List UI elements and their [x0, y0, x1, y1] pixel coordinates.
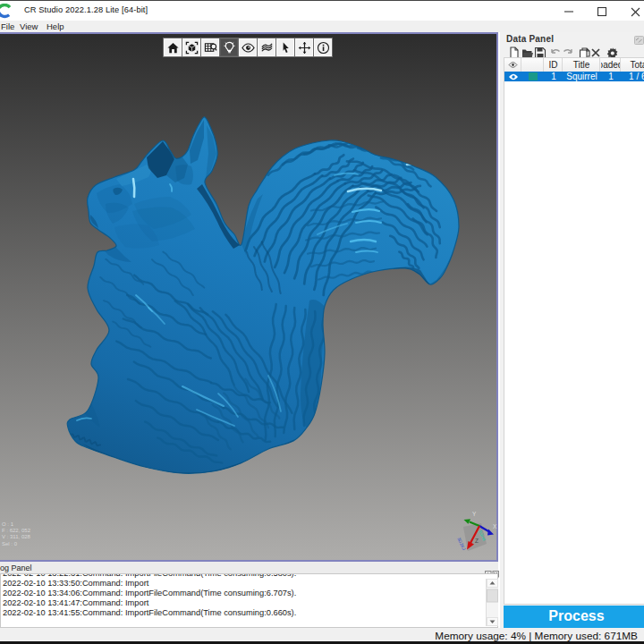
- svg-text:Z: Z: [475, 538, 479, 544]
- svg-text:X: X: [493, 523, 497, 530]
- svg-text:Y: Y: [472, 511, 477, 517]
